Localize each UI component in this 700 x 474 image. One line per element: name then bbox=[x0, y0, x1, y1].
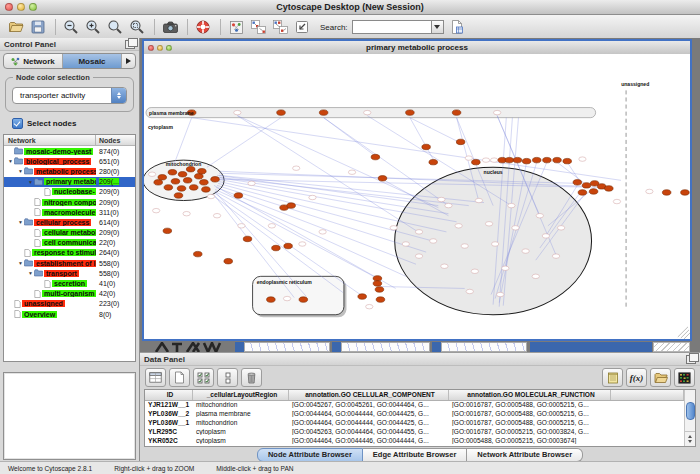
table-cell: [GO:0045263, GO:0044464, GO:0044455, G..… bbox=[289, 428, 449, 435]
vizmapper-icon[interactable] bbox=[226, 17, 246, 37]
tree-row-cellular-process[interactable]: ▼cellular process614(0) bbox=[4, 217, 135, 227]
export-image-icon[interactable] bbox=[160, 17, 180, 37]
tree-row-mosaic-demo-yeast[interactable]: mosaic-demo-yeast874(0) bbox=[4, 146, 135, 156]
table-column-header[interactable]: annotation.GO MOLECULAR_FUNCTION bbox=[449, 390, 611, 400]
create-attribute-icon[interactable] bbox=[169, 368, 190, 387]
tree-row-secretion[interactable]: secretion41(0) bbox=[4, 278, 135, 288]
network-overlay-icon[interactable] bbox=[270, 17, 290, 37]
tree-row-nitrogen-compo[interactable]: nitrogen compo209(0) bbox=[4, 197, 135, 207]
tree-row-macromolecule[interactable]: macromolecule311(0) bbox=[4, 207, 135, 217]
close-window-icon[interactable] bbox=[5, 3, 13, 11]
disclosure-triangle-icon[interactable]: ▼ bbox=[27, 177, 34, 187]
table-cell: YPL036W__1 bbox=[145, 419, 193, 426]
import-network-icon[interactable] bbox=[292, 17, 312, 37]
import-attributes-icon[interactable] bbox=[650, 368, 671, 387]
network-canvas[interactable]: plasma membranecytoplasmmitochondrionnuc… bbox=[144, 54, 690, 339]
tree-row-node-count: 223(0) bbox=[96, 300, 135, 307]
select-attributes-icon[interactable] bbox=[145, 368, 166, 387]
tab-mosaic[interactable]: Mosaic bbox=[63, 54, 122, 68]
file-icon bbox=[24, 249, 31, 257]
scroll-down-icon[interactable] bbox=[688, 440, 692, 443]
help-icon[interactable] bbox=[193, 17, 213, 37]
tree-row-node-count: 558(0) bbox=[96, 260, 135, 267]
search-dropdown-icon[interactable] bbox=[431, 20, 444, 34]
table-row[interactable]: YJR121W__1mitochondrion[GO:0045267, GO:0… bbox=[145, 401, 684, 410]
more-tabs-icon[interactable] bbox=[122, 54, 135, 68]
zoom-view-icon[interactable] bbox=[166, 45, 172, 51]
minimize-view-icon[interactable] bbox=[157, 45, 163, 51]
tree-row-multi-organism-pro[interactable]: multi-organism pro42(0) bbox=[4, 289, 135, 299]
table-cell: [GO:0016787, GO:0005488, GO:0005215, G..… bbox=[449, 419, 611, 426]
save-session-icon[interactable] bbox=[28, 17, 48, 37]
tree-row-transport[interactable]: ▼transport558(0) bbox=[4, 268, 135, 278]
network-window-titlebar[interactable]: primary metabolic process bbox=[144, 41, 690, 55]
disclosure-triangle-icon[interactable]: ▼ bbox=[17, 166, 24, 176]
zoom-fit-icon[interactable] bbox=[127, 17, 147, 37]
tree-row-metabolic-process[interactable]: ▼metabolic process280(0) bbox=[4, 166, 135, 176]
background-window-edge bbox=[235, 342, 244, 352]
table-row[interactable]: YPL036W__1mitochondrion[GO:0044464, GO:0… bbox=[145, 418, 684, 427]
table-column-header[interactable]: _cellularLayoutRegion bbox=[193, 390, 289, 400]
minimize-window-icon[interactable] bbox=[17, 3, 25, 11]
attribute-editor-icon[interactable] bbox=[602, 368, 623, 387]
select-all-attributes-icon[interactable] bbox=[193, 368, 214, 387]
tree-row-establishment-of-lo[interactable]: ▼establishment of lo558(0) bbox=[4, 258, 135, 268]
float-panel-icon[interactable] bbox=[125, 40, 135, 49]
data-panel: Data Panel bbox=[140, 352, 700, 462]
disclosure-triangle-icon[interactable]: ▼ bbox=[7, 156, 14, 166]
merge-networks-icon[interactable] bbox=[248, 17, 268, 37]
tree-row-label: establishment of lo bbox=[34, 260, 96, 267]
tree-row-nucleobase-[interactable]: nucleobase-209(0) bbox=[4, 187, 135, 197]
background-window-strip bbox=[244, 342, 330, 352]
tree-column-nodes[interactable]: Nodes bbox=[96, 137, 135, 144]
network-view-title: primary metabolic process bbox=[144, 43, 690, 52]
table-vertical-scrollbar[interactable] bbox=[684, 390, 695, 446]
tree-column-network[interactable]: Network bbox=[4, 135, 96, 145]
disclosure-triangle-icon[interactable]: ▼ bbox=[17, 217, 24, 227]
table-column-header[interactable]: ID bbox=[145, 390, 193, 400]
tab-edge-attribute-browser[interactable]: Edge Attribute Browser bbox=[363, 448, 467, 462]
zoom-window-icon[interactable] bbox=[29, 3, 37, 11]
scrollbar-thumb[interactable] bbox=[686, 402, 695, 420]
scroll-up-icon[interactable] bbox=[688, 435, 692, 438]
table-header-row: ID_cellularLayoutRegionannotation.GO CEL… bbox=[145, 390, 684, 401]
disclosure-triangle-icon[interactable]: ▼ bbox=[27, 268, 34, 278]
float-data-panel-icon[interactable] bbox=[686, 355, 696, 364]
tree-row-overview[interactable]: Overview8(0) bbox=[4, 309, 135, 319]
search-options-icon[interactable] bbox=[447, 17, 467, 37]
tree-row-biological-process[interactable]: ▼biological_process651(0) bbox=[4, 156, 135, 166]
window-resize-grip[interactable] bbox=[653, 342, 690, 352]
function-builder-icon[interactable]: f(x) bbox=[626, 368, 647, 387]
zoom-in-icon[interactable] bbox=[83, 17, 103, 37]
search-input[interactable] bbox=[352, 20, 431, 34]
background-window-glyphs bbox=[154, 342, 226, 352]
tree-row-node-count: 311(0) bbox=[96, 209, 135, 216]
close-view-icon[interactable] bbox=[148, 45, 154, 51]
table-row[interactable]: YPL036W__2plasma membrane[GO:0044464, GO… bbox=[145, 409, 684, 418]
delete-attribute-icon[interactable] bbox=[241, 368, 262, 387]
unselect-all-attributes-icon[interactable] bbox=[217, 368, 238, 387]
svg-text:cytoplasm: cytoplasm bbox=[148, 124, 174, 130]
network-view-window: primary metabolic process plasma membran… bbox=[142, 39, 692, 341]
tab-network[interactable]: Network bbox=[4, 54, 63, 68]
open-session-icon[interactable] bbox=[6, 17, 26, 37]
table-row[interactable]: YKR052Ccytoplasm[GO:0044464, GO:0044446,… bbox=[145, 436, 684, 445]
tree-row-cellular-metabol[interactable]: cellular metabol209(0) bbox=[4, 228, 135, 238]
tree-row-response-to-stimulu[interactable]: response to stimulu264(0) bbox=[4, 248, 135, 258]
disclosure-triangle-icon[interactable]: ▼ bbox=[17, 258, 24, 268]
table-column-header[interactable]: annotation.GO CELLULAR_COMPONENT bbox=[289, 390, 449, 400]
tree-row-unassigned[interactable]: unassigned223(0) bbox=[4, 299, 135, 309]
tab-node-attribute-browser[interactable]: Node Attribute Browser bbox=[257, 448, 363, 462]
birds-eye-view[interactable] bbox=[3, 372, 136, 460]
select-nodes-checkbox[interactable] bbox=[12, 118, 23, 129]
tab-network-attribute-browser[interactable]: Network Attribute Browser bbox=[467, 448, 583, 462]
node-color-dropdown[interactable]: transporter activity bbox=[12, 87, 127, 104]
zoom-selected-icon[interactable] bbox=[105, 17, 125, 37]
tree-row-primary-metabol[interactable]: ▼primary metabol209(... bbox=[4, 177, 135, 187]
attribute-matrix-icon[interactable] bbox=[674, 368, 695, 387]
tree-row-cell-communicat[interactable]: cell communicat22(0) bbox=[4, 238, 135, 248]
zoom-out-icon[interactable] bbox=[61, 17, 81, 37]
attribute-table: ID_cellularLayoutRegionannotation.GO CEL… bbox=[145, 390, 684, 446]
folder-icon bbox=[34, 178, 43, 186]
table-row[interactable]: YLR295Ccytoplasm[GO:0045263, GO:0044464,… bbox=[145, 427, 684, 436]
